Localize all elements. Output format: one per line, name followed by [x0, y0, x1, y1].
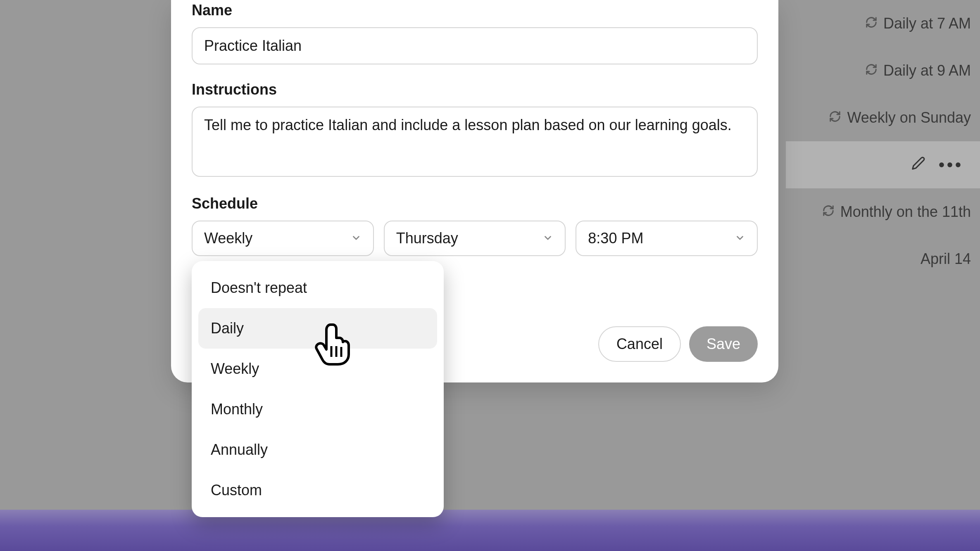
list-item-label: Weekly on Sunday	[847, 109, 971, 126]
instructions-label: Instructions	[192, 81, 758, 98]
schedule-row: Weekly Thursday 8:30 PM	[192, 221, 758, 256]
repeat-icon	[865, 15, 878, 32]
day-value: Thursday	[396, 230, 458, 247]
name-input[interactable]	[192, 27, 758, 64]
list-item[interactable]: Weekly on Sunday	[786, 94, 980, 141]
edit-icon[interactable]	[911, 156, 925, 174]
repeat-icon	[822, 203, 835, 221]
name-label: Name	[192, 2, 758, 19]
time-select[interactable]: 8:30 PM	[576, 221, 758, 256]
chevron-down-icon	[351, 230, 362, 247]
dropdown-option-monthly[interactable]: Monthly	[198, 389, 437, 430]
list-item[interactable]: April 14	[786, 235, 980, 283]
list-item[interactable]: Monthly on the 11th	[786, 188, 980, 235]
dropdown-option-custom[interactable]: Custom	[198, 470, 437, 511]
frequency-value: Weekly	[204, 230, 252, 247]
chevron-down-icon	[735, 230, 745, 247]
schedule-list: Daily at 7 AM Daily at 9 AM Weekly on Su…	[786, 0, 980, 283]
day-select[interactable]: Thursday	[384, 221, 566, 256]
time-value: 8:30 PM	[588, 230, 643, 247]
cancel-button[interactable]: Cancel	[598, 326, 681, 362]
list-item[interactable]: Daily at 7 AM	[786, 0, 980, 47]
schedule-label: Schedule	[192, 195, 758, 212]
list-item[interactable]: Daily at 9 AM	[786, 47, 980, 94]
save-button[interactable]: Save	[689, 326, 758, 362]
repeat-icon	[829, 109, 841, 126]
dropdown-option-annually[interactable]: Annually	[198, 430, 437, 470]
instructions-input[interactable]	[192, 107, 758, 177]
frequency-dropdown: Doesn't repeat Daily Weekly Monthly Annu…	[192, 261, 444, 517]
list-item-actions: •••	[786, 141, 980, 188]
dropdown-option-doesnt-repeat[interactable]: Doesn't repeat	[198, 268, 437, 308]
list-item-label: April 14	[921, 250, 971, 268]
more-icon[interactable]: •••	[939, 156, 963, 174]
repeat-icon	[865, 62, 878, 79]
dock-gradient	[0, 510, 980, 551]
list-item-label: Daily at 9 AM	[883, 62, 971, 79]
list-item-label: Monthly on the 11th	[840, 203, 971, 221]
frequency-select[interactable]: Weekly	[192, 221, 374, 256]
chevron-down-icon	[542, 230, 553, 247]
list-item-label: Daily at 7 AM	[883, 15, 971, 32]
pointer-cursor-icon	[312, 321, 354, 368]
